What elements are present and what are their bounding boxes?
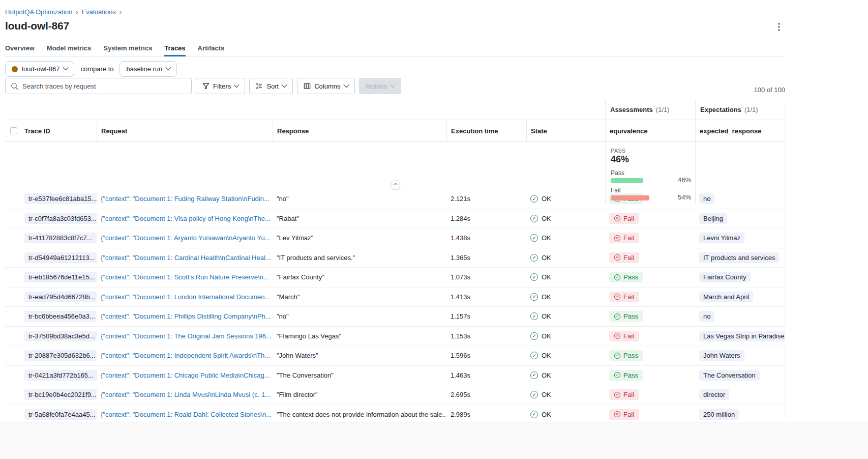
request-link[interactable]: {"context": "Document 1: Roald Dahl: Col… — [101, 411, 272, 418]
overflow-menu-button[interactable] — [773, 21, 785, 33]
state-cell: ✓OK — [526, 195, 605, 203]
request-link[interactable]: {"context": "Document 1: Chicago Public … — [101, 371, 270, 379]
request-link[interactable]: {"context": "Document 1: The Original Ja… — [101, 332, 272, 340]
assessment-badge[interactable]: ✕Fail — [609, 213, 639, 224]
trace-id-link[interactable]: tr-eb185676de11e15... — [24, 272, 97, 282]
assessment-badge[interactable]: ✕Fail — [609, 292, 639, 302]
state-cell: ✓OK — [526, 254, 605, 262]
expected-response-value: Las Vegas Strip in Paradise — [699, 331, 785, 341]
breadcrumb: HotpotQA Optimization › Evaluations › — [5, 8, 122, 16]
expected-response-cell: Levni Yilmaz — [695, 233, 785, 243]
row-count-label: 100 of 100 — [5, 86, 785, 94]
tab-artifacts[interactable]: Artifacts — [198, 44, 225, 56]
assessment-badge[interactable]: ✓Pass — [609, 272, 643, 282]
table-row[interactable]: tr-eb185676de11e15...{"context": "Docume… — [5, 268, 785, 288]
tab-system-metrics[interactable]: System metrics — [103, 44, 152, 56]
column-header-equivalence: equivalence — [605, 120, 695, 141]
expected-response-cell: no — [695, 311, 785, 322]
state-cell: ✓OK — [526, 273, 605, 281]
table-row[interactable]: tr-37509bd38ac3e5d...{"context": "Docume… — [5, 327, 785, 347]
assessment-cell: ✕Fail — [605, 292, 695, 302]
check-circle-icon: ✓ — [530, 293, 538, 301]
select-all-checkbox[interactable] — [10, 127, 17, 134]
baseline-run-label: baseline run — [126, 65, 162, 73]
assessment-badge[interactable]: ✕Fail — [609, 409, 639, 420]
check-circle-icon: ✓ — [530, 371, 538, 379]
request-link[interactable]: {"context": "Document 1: Cardinal Health… — [101, 254, 271, 262]
table-row[interactable]: tr-bc19e0b4ec2021f9...{"context": "Docum… — [5, 385, 785, 405]
column-header-trace-id: Trace ID — [20, 120, 97, 141]
request-link[interactable]: {"context": "Document 1: Aryanto Yuniawa… — [101, 234, 271, 242]
run-select-dropdown[interactable]: loud-owl-867 — [5, 61, 74, 77]
request-link[interactable]: {"context": "Document 1: Fuding Railway … — [101, 195, 270, 203]
trace-id-cell: tr-20887e305d632b6... — [20, 350, 97, 361]
expected-response-cell: 250 million — [695, 409, 785, 420]
request-link[interactable]: {"context": "Document 1: Independent Spi… — [101, 352, 270, 359]
response-cell: "no" — [273, 312, 446, 320]
check-circle-icon: ✓ — [530, 332, 538, 340]
distribution-label: Fail — [611, 187, 691, 194]
table-row[interactable]: tr-411782883c8f7c7...{"context": "Docume… — [5, 228, 785, 248]
group-header-assessments: Assessments (1/1) — [605, 100, 695, 120]
assessment-badge[interactable]: ✓Pass — [609, 311, 643, 322]
trace-id-link[interactable]: tr-5a68fe0fa7e4aa45... — [24, 409, 97, 420]
trace-id-cell: tr-bc6bbeea456e0a3... — [20, 311, 97, 322]
trace-id-link[interactable]: tr-bc19e0b4ec2021f9... — [24, 389, 97, 400]
execution-time-cell: 1.596s — [446, 352, 526, 359]
assessment-badge[interactable]: ✕Fail — [609, 331, 639, 341]
assessment-badge[interactable]: ✕Fail — [609, 233, 639, 243]
assessment-badge[interactable]: ✕Fail — [609, 252, 639, 263]
baseline-run-dropdown[interactable]: baseline run — [119, 61, 177, 77]
trace-id-link[interactable]: tr-d54949a61212113... — [24, 252, 97, 263]
trace-id-cell: tr-ead795d4d66728b... — [20, 292, 97, 302]
breadcrumb-link-evaluations[interactable]: Evaluations — [82, 8, 116, 16]
traces-page: HotpotQA Optimization › Evaluations › lo… — [0, 0, 868, 459]
request-link[interactable]: {"context": "Document 1: Visa policy of … — [101, 215, 271, 222]
table-row[interactable]: tr-20887e305d632b6...{"context": "Docume… — [5, 346, 785, 366]
expected-response-cell: John Waters — [695, 350, 785, 361]
group-header-label: Assessments — [610, 106, 653, 113]
request-cell: {"context": "Document 1: Linda Mvusi\nLi… — [97, 391, 273, 398]
assessment-cell: ✕Fail — [605, 252, 695, 263]
trace-id-link[interactable]: tr-411782883c8f7c7... — [24, 233, 97, 243]
table-row[interactable]: tr-c0f7fa8a3c03fd653...{"context": "Docu… — [5, 209, 785, 229]
select-all-cell — [5, 120, 20, 141]
assessment-badge[interactable]: ✓Pass — [609, 350, 643, 361]
trace-id-cell: tr-37509bd38ac3e5d... — [20, 331, 97, 341]
collapse-summary-button[interactable] — [391, 180, 400, 190]
expected-response-value: director — [699, 389, 729, 400]
request-link[interactable]: {"context": "Document 1: Phillips Distil… — [101, 312, 271, 320]
trace-id-link[interactable]: tr-c0f7fa8a3c03fd653... — [24, 213, 97, 224]
state-cell: ✓OK — [526, 293, 605, 301]
expected-response-value: March and April — [699, 292, 753, 302]
table-row[interactable]: tr-bc6bbeea456e0a3...{"context": "Docume… — [5, 307, 785, 327]
trace-id-link[interactable]: tr-37509bd38ac3e5d... — [24, 331, 97, 341]
trace-id-link[interactable]: tr-20887e305d632b6... — [24, 350, 97, 361]
trace-id-link[interactable]: tr-e537fee6c81aba15... — [24, 193, 97, 204]
state-cell: ✓OK — [526, 312, 605, 320]
trace-id-link[interactable]: tr-bc6bbeea456e0a3... — [24, 311, 97, 322]
trace-id-link[interactable]: tr-ead795d4d66728b... — [24, 292, 97, 302]
request-cell: {"context": "Document 1: Independent Spi… — [97, 352, 273, 359]
trace-id-link[interactable]: tr-0421a3fd772b165... — [24, 370, 97, 381]
assessment-cell: ✓Pass — [605, 272, 695, 282]
distribution-item-pass: Pass 46% — [611, 169, 691, 183]
x-circle-icon: ✕ — [614, 294, 620, 300]
chevron-down-icon — [63, 65, 69, 70]
tab-overview[interactable]: Overview — [5, 44, 35, 56]
request-link[interactable]: {"context": "Document 1: Linda Mvusi\nLi… — [101, 391, 271, 398]
page-title: loud-owl-867 — [5, 20, 69, 32]
assessment-badge[interactable]: ✓Pass — [609, 370, 643, 381]
table-row[interactable]: tr-0421a3fd772b165...{"context": "Docume… — [5, 366, 785, 386]
breadcrumb-link-experiment[interactable]: HotpotQA Optimization — [5, 8, 72, 16]
table-row[interactable]: tr-ead795d4d66728b...{"context": "Docume… — [5, 288, 785, 307]
request-link[interactable]: {"context": "Document 1: Scott's Run Nat… — [101, 273, 269, 281]
assessment-badge[interactable]: ✕Fail — [609, 389, 639, 400]
tab-model-metrics[interactable]: Model metrics — [47, 44, 91, 56]
table-row[interactable]: tr-d54949a61212113...{"context": "Docume… — [5, 248, 785, 268]
tab-traces[interactable]: Traces — [164, 44, 185, 56]
assessment-cell: ✓Pass — [605, 370, 695, 381]
request-link[interactable]: {"context": "Document 1: London Internat… — [101, 293, 270, 301]
pass-fail-distribution: Pass 46% Fail 54% — [611, 169, 691, 200]
run-color-dot — [12, 66, 18, 72]
